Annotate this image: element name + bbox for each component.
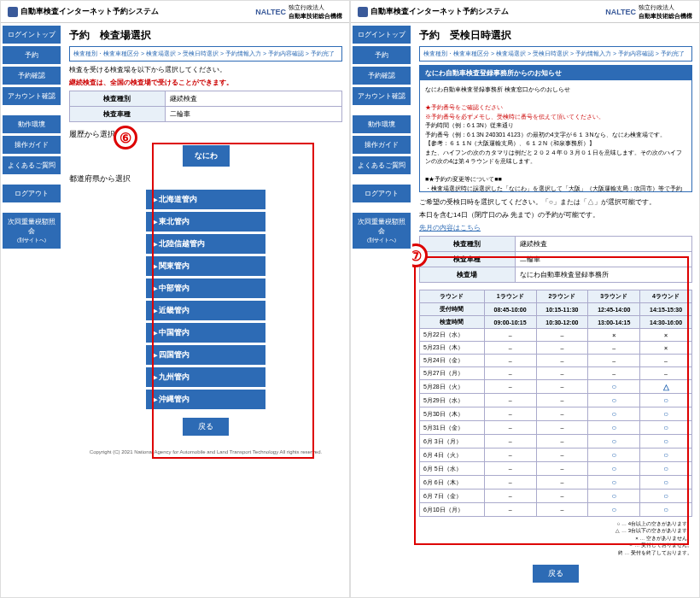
app-icon [8,7,18,17]
footer: Copyright (C) 2021 National Agency for A… [419,591,692,597]
slot-cell: – [536,448,588,462]
slot-cell: – [484,503,536,517]
pref-button[interactable]: 四国管内 [146,345,265,365]
table-row: 5月24日（金）–––– [420,355,692,367]
app-title: 自動車検査インターネット予約システム [370,6,509,17]
slot-cell: – [484,355,536,367]
slot-cell: – [484,394,536,407]
slot-cell[interactable]: ○ [640,421,692,435]
slot-cell[interactable]: ○ [640,503,692,517]
nav-logintop[interactable]: ログイントップ [3,26,61,44]
table-row: 6月 5日（水）––○○ [420,462,692,476]
table-row: 5月31日（金）––○○ [420,421,692,435]
slot-cell: – [536,355,588,367]
slot-cell[interactable]: ○ [588,421,640,435]
slot-cell: – [536,329,588,342]
table-row: 5月22日（水）––×× [420,329,692,342]
nav-env[interactable]: 動作環境 [353,115,411,133]
back-button[interactable]: 戻る [533,565,579,583]
slot-cell: – [536,394,588,407]
section-history: 履歴から選択 [69,129,342,140]
slot-cell[interactable]: ○ [640,394,692,407]
slot-cell[interactable]: ○ [588,448,640,462]
slot-cell: – [536,380,588,394]
pref-button[interactable]: 東北管内 [146,212,265,232]
slot-cell[interactable]: ○ [640,407,692,421]
app-icon [358,7,368,17]
slot-cell: – [484,342,536,355]
sidebar: ログイントップ 予約 予約確認 アカウント確認 動作環境 操作ガイド よくあるご… [351,23,412,597]
slot-cell[interactable]: ○ [588,503,640,517]
callout-6: ⑥ [114,126,137,150]
nav-tax[interactable]: 次回重量税額照会(別サイトへ) [3,213,61,249]
kv-table: 検査種別継続検査 検査車種二輪車 [69,91,342,122]
slot-cell: – [588,342,640,355]
sidebar: ログイントップ 予約 予約確認 アカウント確認 動作環境 操作ガイド よくあるご… [1,23,62,597]
instruction: 検査を受ける検査場を以下から選択してください。 [69,65,342,74]
pref-button[interactable]: 近畿管内 [146,301,265,320]
slot-cell[interactable]: ○ [640,435,692,448]
page-title: 予約 受検日時選択 [419,28,692,43]
availability-table: ラウンド1ラウンド2ラウンド3ラウンド4ラウンド受付時間08:45-10:001… [419,290,692,517]
nav-faq[interactable]: よくあるご質問 [3,156,61,174]
history-region-button[interactable]: なにわ [183,145,230,167]
notice-box: なにわ自動車検査登録事務所からのお知らせ なにわ自動車検査登録事務所 検査窓口か… [419,65,692,192]
slot-cell: – [536,342,588,355]
nav-env[interactable]: 動作環境 [3,115,61,133]
slot-cell[interactable]: ○ [640,448,692,462]
nav-faq[interactable]: よくあるご質問 [353,156,411,174]
slot-cell[interactable]: ○ [588,380,640,394]
slot-cell: – [640,367,692,380]
slot-cell: – [640,355,692,367]
table-row: 6月 6日（木）––○○ [420,476,692,490]
table-row: 6月10日（月）––○○ [420,503,692,517]
nav-logout[interactable]: ログアウト [353,185,411,202]
section-pref: 都道府県から選択 [69,173,342,185]
slot-cell[interactable]: ○ [588,462,640,476]
slot-cell[interactable]: ○ [640,462,692,476]
pref-button[interactable]: 九州管内 [146,367,265,387]
back-button[interactable]: 戻る [183,418,229,436]
breadcrumb: 検査種別・検査車種区分 > 検査場選択 > 受検日時選択 > 予約情報入力 > … [69,46,342,62]
table-row: 6月 7日（金）––○○ [420,490,692,503]
pref-button[interactable]: 中部管内 [146,278,265,298]
table-row: 5月28日（火）––○△ [420,380,692,394]
pref-button[interactable]: 北陸信越管内 [146,234,265,254]
slot-cell[interactable]: △ [640,380,692,394]
table-row: 5月30日（木）––○○ [420,407,692,421]
slot-cell[interactable]: ○ [640,490,692,503]
nav-guide[interactable]: 操作ガイド [353,136,411,154]
table-row: 5月27日（月）–––– [420,367,692,380]
slot-cell[interactable]: ○ [588,476,640,490]
nav-tax[interactable]: 次回重量税額照会(別サイトへ) [353,213,411,249]
pref-button[interactable]: 中国管内 [146,323,265,343]
prev-month-link[interactable]: 先月の内容はこちら [419,223,692,232]
slot-cell: – [484,462,536,476]
slot-cell: – [536,421,588,435]
nav-confirm[interactable]: 予約確認 [353,67,411,85]
slot-cell[interactable]: ○ [588,435,640,448]
pref-button[interactable]: 北海道管内 [146,190,265,209]
pref-button[interactable]: 沖縄管内 [146,390,265,409]
app-title: 自動車検査インターネット予約システム [20,6,159,17]
slot-cell: – [536,435,588,448]
nav-reserve[interactable]: 予約 [3,46,61,64]
slot-cell: – [484,435,536,448]
slot-cell: – [484,329,536,342]
slot-cell[interactable]: ○ [588,394,640,407]
nav-logintop[interactable]: ログイントップ [353,26,411,44]
nav-logout[interactable]: ログアウト [3,185,61,202]
slot-cell[interactable]: ○ [640,476,692,490]
nav-confirm[interactable]: 予約確認 [3,67,61,85]
table-row: 6月 4日（火）––○○ [420,448,692,462]
nav-account[interactable]: アカウント確認 [3,87,61,105]
slot-cell[interactable]: ○ [588,407,640,421]
notice-body: なにわ自動車検査登録事務所 検査窓口からのおしらせ ★予約番号をご確認ください※… [420,80,691,191]
legend: ○ … 4台以上の空きがあります。△ … 3台以下の空きがあります。× … 空き… [419,520,692,556]
nav-account[interactable]: アカウント確認 [353,87,411,105]
pref-button[interactable]: 関東管内 [146,256,265,276]
slot-cell[interactable]: ○ [588,490,640,503]
nav-guide[interactable]: 操作ガイド [3,136,61,154]
slot-cell: – [484,421,536,435]
nav-reserve[interactable]: 予約 [353,46,411,64]
